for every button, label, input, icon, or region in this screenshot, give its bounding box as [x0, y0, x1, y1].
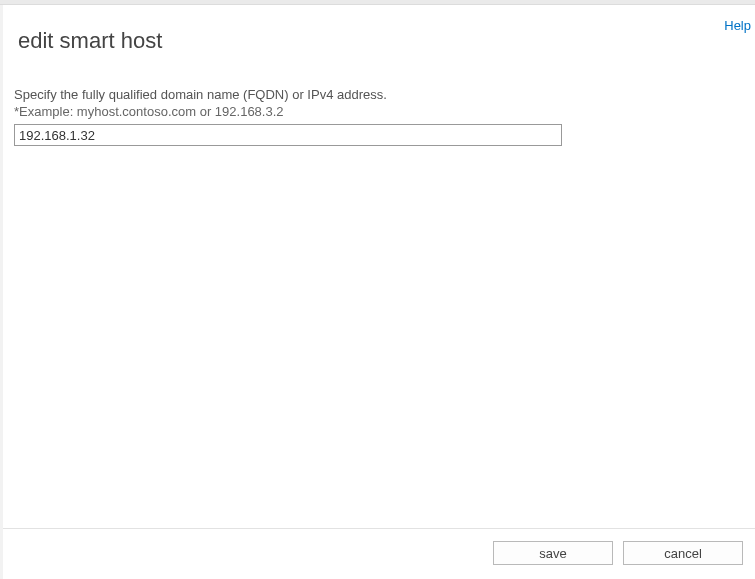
window-left-border	[0, 5, 3, 579]
footer-separator	[3, 528, 755, 529]
example-text: *Example: myhost.contoso.com or 192.168.…	[14, 104, 284, 119]
save-button[interactable]: save	[493, 541, 613, 565]
instruction-text: Specify the fully qualified domain name …	[14, 86, 387, 104]
help-link[interactable]: Help	[724, 18, 751, 33]
dialog-button-row: save cancel	[493, 541, 743, 565]
cancel-button[interactable]: cancel	[623, 541, 743, 565]
smart-host-input[interactable]	[14, 124, 562, 146]
page-title: edit smart host	[18, 28, 162, 54]
window-top-border	[0, 0, 755, 5]
